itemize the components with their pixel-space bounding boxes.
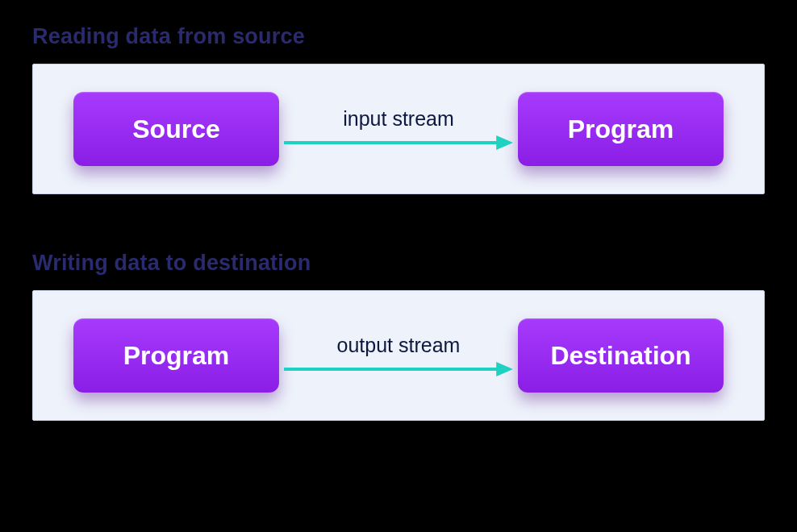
arrow-right-icon — [284, 360, 513, 378]
program-node-writing: Program — [73, 318, 279, 393]
program-node-reading: Program — [518, 92, 724, 166]
reading-title: Reading data from source — [32, 24, 765, 49]
input-stream-label: input stream — [343, 107, 454, 131]
output-stream-label: output stream — [337, 334, 461, 357]
reading-panel: Source input stream Program — [32, 64, 765, 194]
writing-section: Writing data to destination Program outp… — [32, 251, 765, 421]
input-stream-arrow-wrap: input stream — [279, 107, 518, 152]
destination-node: Destination — [518, 318, 724, 393]
output-stream-arrow-wrap: output stream — [279, 334, 518, 378]
writing-title: Writing data to destination — [32, 251, 765, 276]
svg-marker-1 — [496, 135, 513, 150]
writing-panel: Program output stream Destination — [32, 290, 765, 421]
arrow-right-icon — [284, 134, 513, 152]
svg-marker-3 — [496, 362, 513, 376]
reading-section: Reading data from source Source input st… — [32, 24, 765, 194]
source-node: Source — [73, 92, 279, 166]
